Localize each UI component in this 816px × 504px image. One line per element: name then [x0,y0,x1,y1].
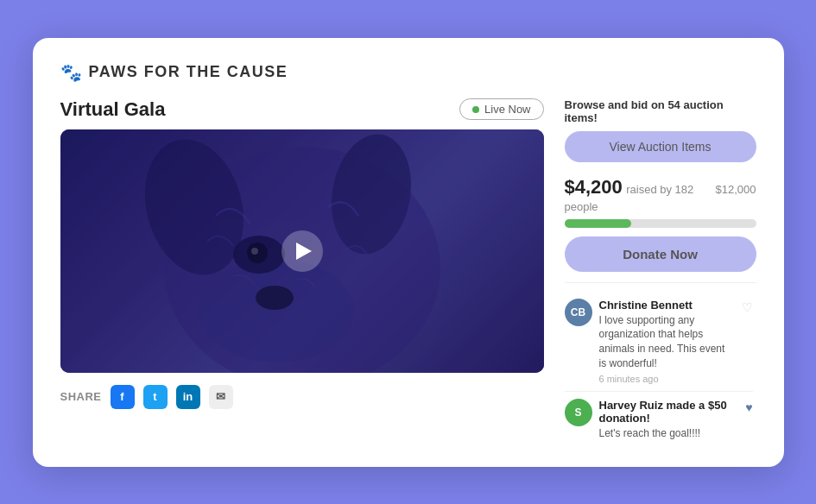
linkedin-share-button[interactable]: in [176,385,200,409]
feed-scroll[interactable]: CB Christine Bennett I love supporting a… [565,292,756,443]
auction-section: Browse and bid on 54 auction items! View… [565,98,756,162]
facebook-share-button[interactable]: f [111,385,135,409]
progress-bar-fill [565,219,632,228]
live-label: Live Now [484,103,530,116]
video-container[interactable] [60,129,544,373]
header: 🐾 Paws for the Cause [60,62,756,83]
feed-body-harvey: Harvey Ruiz made a $50 donation! Let's r… [599,399,739,443]
feed-text-christine: I love supporting any organization that … [599,313,735,371]
feed-body-christine: Christine Bennett I love supporting any … [599,299,735,384]
play-triangle-icon [296,243,312,260]
share-row: SHARE f t in ✉ [60,385,544,409]
left-panel: Virtual Gala Live Now [60,98,544,443]
feed-item-harvey: S Harvey Ruiz made a $50 donation! Let's… [565,392,753,443]
raised-amount: $4,200 [565,176,623,198]
main-card: 🐾 Paws for the Cause Virtual Gala Live N… [33,38,784,467]
feed-heart-christine[interactable]: ♡ [742,300,753,314]
svg-point-7 [251,248,258,255]
progress-bar-background [565,219,756,228]
live-dot [472,106,479,113]
amount-row: $4,200 raised by 182 people $12,000 [565,176,756,214]
view-auction-button[interactable]: View Auction Items [565,131,756,162]
feed-heart-harvey[interactable]: ♥ [745,400,752,414]
feed-time-christine: 6 minutes ago [599,374,735,384]
live-badge: Live Now [459,98,543,120]
goal-amount: $12,000 [716,183,756,196]
feed-name-harvey: Harvey Ruiz made a $50 donation! [599,399,739,425]
avatar-cb: CB [565,299,592,326]
donate-button[interactable]: Donate Now [565,236,756,272]
feed-name-christine: Christine Bennett [599,299,735,312]
svg-point-8 [256,286,294,310]
right-panel: Browse and bid on 54 auction items! View… [565,98,756,443]
play-button[interactable] [281,230,323,272]
paw-icon: 🐾 [60,62,82,83]
twitter-share-button[interactable]: t [143,385,168,409]
feed-item-christine: CB Christine Bennett I love supporting a… [565,292,753,392]
avatar-hr: S [565,399,592,426]
app-title: Paws for the Cause [89,63,288,81]
share-label: SHARE [60,390,102,403]
feed-text-harvey: Let's reach the goal!!!! [599,426,739,441]
email-share-button[interactable]: ✉ [209,385,233,409]
video-header: Virtual Gala Live Now [60,98,544,121]
main-content: Virtual Gala Live Now [60,98,756,443]
video-title: Virtual Gala [60,98,166,121]
feed-section: CB Christine Bennett I love supporting a… [565,282,756,443]
svg-point-4 [199,259,354,362]
fundraising-section: $4,200 raised by 182 people $12,000 Dona… [565,176,756,272]
auction-title: Browse and bid on 54 auction items! [565,98,756,124]
